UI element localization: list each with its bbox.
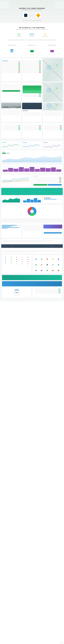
screen-icon-grid[interactable] bbox=[32, 255, 62, 274]
screen-progress[interactable] bbox=[1, 222, 21, 238]
lines-card[interactable] bbox=[2, 248, 62, 254]
pay-button[interactable] bbox=[44, 232, 62, 234]
mini-icon[interactable] bbox=[52, 259, 53, 260]
mini-icon[interactable] bbox=[58, 270, 59, 271]
mini-icon[interactable] bbox=[58, 264, 59, 265]
kpi-card-1[interactable]: 120 USD bbox=[1, 141, 21, 150]
wide-text-card[interactable] bbox=[2, 239, 62, 244]
photoshop-icon: Ps bbox=[24, 14, 27, 17]
screens-grid: 32 223 USD bbox=[1, 58, 63, 138]
blue-band-1 bbox=[2, 281, 62, 286]
status-bar bbox=[1, 58, 21, 60]
screen-list-1[interactable] bbox=[1, 58, 21, 82]
mini-bar-1[interactable] bbox=[1, 196, 21, 204]
header-image bbox=[1, 103, 21, 108]
area-chart bbox=[2, 155, 62, 162]
map-header bbox=[43, 103, 63, 110]
dot-icon bbox=[22, 261, 23, 262]
order-table-card[interactable]: Open Orders bbox=[32, 174, 63, 187]
wide-area-chart[interactable]: LONG LONG SHORT bbox=[1, 150, 63, 164]
sketch-badge bbox=[35, 13, 41, 18]
dark-header bbox=[22, 103, 42, 109]
mini-icon[interactable] bbox=[52, 264, 53, 265]
screens-section-2: — — — bbox=[0, 221, 64, 301]
amount-value: 32 223 USD bbox=[23, 110, 41, 111]
screen-form-1[interactable] bbox=[1, 82, 21, 102]
dot-icon bbox=[28, 257, 28, 258]
sell-button[interactable] bbox=[48, 184, 62, 186]
screen-mountain[interactable] bbox=[1, 103, 21, 122]
screen-chart-1[interactable] bbox=[22, 82, 42, 102]
dot-icon bbox=[16, 257, 17, 258]
buy-button[interactable] bbox=[33, 184, 47, 186]
mini-icon[interactable] bbox=[35, 270, 36, 271]
dot-icon bbox=[11, 261, 11, 262]
stats-row: 50 UI TEMPLATES 100+ COMPONENTS 12 APP S… bbox=[0, 31, 64, 38]
pie-card[interactable]: ● ● ● bbox=[1, 205, 63, 219]
mini-icon[interactable] bbox=[41, 259, 42, 260]
screen-map-2[interactable] bbox=[43, 82, 63, 102]
screen-list-2[interactable] bbox=[22, 58, 42, 82]
dot-icon bbox=[11, 257, 11, 258]
mini-icon[interactable] bbox=[35, 264, 36, 265]
legend-item: ● bbox=[34, 217, 34, 218]
stat-components: 100+ COMPONENTS bbox=[29, 33, 34, 37]
dot-icon bbox=[28, 261, 28, 262]
band-stat: — bbox=[31, 245, 33, 247]
mini-icon[interactable] bbox=[41, 270, 42, 271]
mini-icon[interactable] bbox=[41, 264, 42, 265]
mini-icon[interactable] bbox=[58, 259, 59, 260]
stat-templates: 50 UI TEMPLATES bbox=[16, 33, 22, 37]
screen-acct-1[interactable] bbox=[1, 123, 21, 138]
cash-icon-card bbox=[28, 48, 36, 54]
stat-sections: 12 APP SECTIONS bbox=[42, 33, 48, 37]
purple-bar-card[interactable] bbox=[1, 165, 63, 173]
chart-label: LONG bbox=[2, 151, 62, 152]
mini-icon[interactable] bbox=[35, 259, 36, 260]
submit-button[interactable] bbox=[2, 90, 20, 92]
screen-settings-1[interactable] bbox=[22, 222, 42, 238]
screen-detail-dark[interactable]: 32 223 USD bbox=[22, 103, 42, 122]
credit-card-preview bbox=[43, 225, 62, 228]
teal-chart-card[interactable] bbox=[1, 188, 63, 195]
mini-icon[interactable] bbox=[52, 270, 53, 271]
screen-dots-grid[interactable] bbox=[2, 255, 32, 274]
cash-icon bbox=[30, 50, 34, 52]
mini-icon[interactable] bbox=[47, 270, 48, 271]
teal-band-1 bbox=[2, 275, 62, 280]
mini-icon[interactable] bbox=[47, 264, 48, 265]
multiline-chart bbox=[2, 176, 31, 183]
screen-acct-3[interactable] bbox=[43, 123, 63, 138]
screen-acct-2[interactable] bbox=[22, 123, 42, 138]
dot-icon bbox=[28, 264, 28, 264]
screen-map-1[interactable] bbox=[43, 58, 63, 82]
crafted-text: Cleverly crafted for Sketch 3.0+ & nativ… bbox=[2, 20, 62, 21]
plus-icon: + bbox=[32, 14, 32, 16]
sparkline-icon bbox=[2, 144, 21, 149]
work-header: WE'VE DONE ALL THE HARD WORK TONS OF DRA… bbox=[0, 23, 64, 31]
kpi-card-3[interactable]: 120 USD bbox=[43, 141, 63, 150]
summary-card[interactable] bbox=[32, 287, 62, 298]
screen-payment[interactable] bbox=[43, 222, 63, 238]
stat-label: UI TEMPLATES bbox=[16, 36, 22, 37]
kpi-card-2[interactable]: 120 USD bbox=[22, 141, 42, 150]
col-header-1: Material Home Credit icons bbox=[8, 45, 16, 46]
donut-chart bbox=[14, 290, 20, 296]
icons-row bbox=[0, 47, 64, 57]
dot-icon bbox=[5, 261, 6, 262]
bank-icon bbox=[10, 50, 14, 52]
mini-icon[interactable] bbox=[47, 259, 48, 260]
dot-icon bbox=[22, 264, 23, 264]
mini-info[interactable]: 32 223 USD bbox=[43, 196, 63, 204]
long-tab[interactable]: LONG bbox=[2, 153, 6, 154]
screen-detail-map[interactable] bbox=[43, 103, 63, 122]
dot-icon bbox=[11, 264, 11, 264]
short-tab[interactable]: SHORT bbox=[6, 153, 10, 154]
stat-label: COMPONENTS bbox=[29, 36, 34, 37]
bar-chart bbox=[2, 166, 62, 172]
donut-card[interactable] bbox=[2, 287, 32, 298]
mini-bar-2[interactable] bbox=[22, 196, 42, 204]
multi-line-card[interactable] bbox=[1, 174, 32, 187]
bar-chart bbox=[23, 86, 41, 93]
band-stat: — bbox=[11, 245, 13, 247]
